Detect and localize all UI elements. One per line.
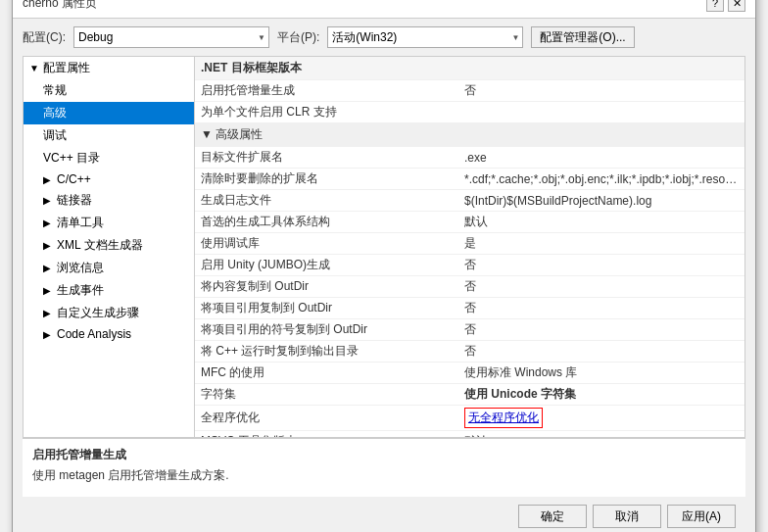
prop-copy-proj-refs-name: 将项目引用复制到 OutDir [195,298,458,319]
tree-item-vcdirs[interactable]: VC++ 目录 [24,147,194,169]
prop-managed-incr-name: 启用托管增量生成 [195,80,458,102]
tree-item-code-analysis[interactable]: ▶ Code Analysis [24,324,194,344]
prop-copy-cpp-runtime-value: 否 [458,341,744,363]
prop-clr-support-name: 为单个文件启用 CLR 支持 [195,102,458,123]
config-mgr-button[interactable]: 配置管理器(O)... [531,26,634,48]
expand-icon-cpp: ▶ [43,174,53,185]
platform-select-wrapper: 活动(Win32) [327,26,523,48]
close-button[interactable]: ✕ [728,0,745,12]
prop-clean-ext-name: 清除时要删除的扩展名 [195,169,458,190]
prop-charset-value: 使用 Unicode 字符集 [458,384,744,406]
prop-row-advanced-props: ▼ 高级属性 [195,123,744,147]
tree-root-label: 配置属性 [43,60,90,76]
prop-clr-support-value [458,102,744,123]
tree-item-xml-label: XML 文档生成器 [57,237,143,254]
expand-icon-custom-build: ▶ [43,308,53,318]
description-title: 启用托管增量生成 [32,447,736,463]
tree-item-build-events[interactable]: ▶ 生成事件 [24,279,194,302]
prop-copy-cpp-runtime-name: 将 C++ 运行时复制到输出目录 [195,341,458,363]
prop-copy-proj-refs-symbols-name: 将项目引用的符号复制到 OutDir [195,319,458,341]
prop-clean-ext-value: *.cdf;*.cache;*.obj;*.obj.enc;*.ilk;*.ip… [458,169,744,190]
tree-item-general[interactable]: 常规 [24,79,194,102]
title-bar: cherno 属性页 ? ✕ [13,0,755,19]
config-label: 配置(C): [23,29,66,46]
prop-enable-unity-name: 启用 Unity (JUMBO)生成 [195,255,458,276]
prop-row-enable-unity[interactable]: 启用 Unity (JUMBO)生成 否 [195,255,744,276]
tree-item-xml[interactable]: ▶ XML 文档生成器 [24,234,194,257]
prop-charset-name: 字符集 [195,384,458,406]
title-bar-buttons: ? ✕ [706,0,745,12]
ok-button[interactable]: 确定 [518,505,587,528]
prop-dotnet-name: .NET 目标框架版本 [195,57,458,80]
expand-icon-build-events: ▶ [43,285,53,296]
prop-managed-incr-value: 否 [458,80,744,102]
expand-icon-code-analysis: ▶ [43,329,53,340]
prop-row-charset[interactable]: 字符集 使用 Unicode 字符集 [195,384,744,406]
prop-build-log-name: 生成日志文件 [195,190,458,212]
prop-use-debug-libs-name: 使用调试库 [195,233,458,255]
platform-label: 平台(P): [277,29,319,46]
prop-row-preferred-arch[interactable]: 首选的生成工具体系结构 默认 [195,212,744,233]
prop-row-clean-ext[interactable]: 清除时要删除的扩展名 *.cdf;*.cache;*.obj;*.obj.enc… [195,169,744,190]
cancel-button[interactable]: 取消 [593,505,661,528]
prop-mfc-use-value: 使用标准 Windows 库 [458,363,744,384]
tree-item-vcdirs-label: VC++ 目录 [43,150,100,167]
prop-preferred-arch-value: 默认 [458,212,744,233]
prop-row-whole-prog-opt[interactable]: 全程序优化 无全程序优化 [195,406,744,431]
tree-item-debug[interactable]: 调试 [24,124,194,147]
left-panel: ▼ 配置属性 常规 高级 调试 VC++ 目录 ▶ C/C++ [24,57,195,437]
prop-row-mfc-use[interactable]: MFC 的使用 使用标准 Windows 库 [195,363,744,384]
tree-item-browse[interactable]: ▶ 浏览信息 [24,257,194,279]
tree-item-code-analysis-label: Code Analysis [57,327,131,341]
prop-whole-prog-opt-value: 无全程序优化 [458,406,744,431]
expand-icon-browse: ▶ [43,263,53,273]
apply-button[interactable]: 应用(A) [667,505,736,528]
prop-row-copy-proj-refs[interactable]: 将项目引用复制到 OutDir 否 [195,298,744,319]
tree-item-cpp-label: C/C++ [57,172,91,186]
prop-dotnet-value [458,57,744,80]
prop-row-copy-content[interactable]: 将内容复制到 OutDir 否 [195,276,744,298]
expand-icon-root: ▼ [29,63,39,73]
tree-item-manifest-label: 清单工具 [57,215,104,231]
expand-icon-xml: ▶ [43,240,53,251]
help-button[interactable]: ? [706,0,724,12]
tree-item-browse-label: 浏览信息 [57,260,104,276]
expand-icon-advanced-props: ▼ [201,127,216,141]
prop-copy-content-name: 将内容复制到 OutDir [195,276,458,298]
prop-whole-prog-opt-name: 全程序优化 [195,406,458,431]
prop-row-copy-cpp-runtime[interactable]: 将 C++ 运行时复制到输出目录 否 [195,341,744,363]
prop-copy-proj-refs-value: 否 [458,298,744,319]
tree-item-cpp[interactable]: ▶ C/C++ [24,169,194,189]
tree-item-advanced-label: 高级 [43,105,67,121]
prop-row-use-debug-libs[interactable]: 使用调试库 是 [195,233,744,255]
prop-enable-unity-value: 否 [458,255,744,276]
tree-item-debug-label: 调试 [43,127,67,144]
tree-item-manifest[interactable]: ▶ 清单工具 [24,212,194,234]
tree-item-linker[interactable]: ▶ 链接器 [24,189,194,212]
tree-item-linker-label: 链接器 [57,192,92,209]
prop-row-managed-incr: 启用托管增量生成 否 [195,80,744,102]
prop-row-msvc-toolset[interactable]: MSVC 工具集版本 默认 [195,431,744,438]
prop-row-target-ext[interactable]: 目标文件扩展名 .exe [195,147,744,169]
expand-icon-linker: ▶ [43,195,53,206]
prop-copy-content-value: 否 [458,276,744,298]
prop-build-log-value: $(IntDir)$(MSBuildProjectName).log [458,190,744,212]
prop-use-debug-libs-value: 是 [458,233,744,255]
tree-item-custom-build-label: 自定义生成步骤 [57,305,139,321]
tree-root[interactable]: ▼ 配置属性 [24,57,194,79]
prop-target-ext-value: .exe [458,147,744,169]
description-area: 启用托管增量生成 使用 metagen 启用托管增量生成方案. [23,438,745,497]
prop-row-copy-proj-refs-symbols[interactable]: 将项目引用的符号复制到 OutDir 否 [195,319,744,341]
prop-row-build-log[interactable]: 生成日志文件 $(IntDir)$(MSBuildProjectName).lo… [195,190,744,212]
platform-select[interactable]: 活动(Win32) [327,26,523,48]
prop-copy-proj-refs-symbols-value: 否 [458,319,744,341]
dialog-body: 配置(C): Debug 平台(P): 活动(Win32) 配置管理器(O)..… [13,19,755,532]
prop-target-ext-name: 目标文件扩展名 [195,147,458,169]
right-panel: .NET 目标框架版本 启用托管增量生成 否 为单个文件启用 CLR 支持 [195,57,744,437]
tree-item-advanced[interactable]: 高级 [24,102,194,124]
prop-preferred-arch-name: 首选的生成工具体系结构 [195,212,458,233]
tree-item-custom-build[interactable]: ▶ 自定义生成步骤 [24,302,194,324]
tree-item-build-events-label: 生成事件 [57,282,104,299]
prop-mfc-use-name: MFC 的使用 [195,363,458,384]
config-select[interactable]: Debug [73,26,269,48]
